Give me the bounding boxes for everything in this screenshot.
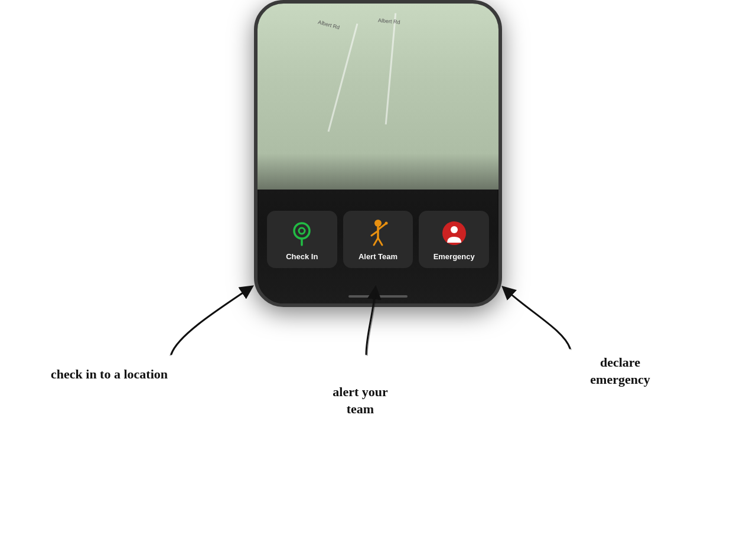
svg-point-1: [299, 228, 305, 234]
emergency-annotation: declare emergency: [543, 354, 697, 388]
person-waving-icon: [365, 220, 391, 246]
check-in-annotation: check in to a location: [35, 366, 183, 383]
megaphone-icon: [441, 220, 467, 246]
phone-body: Albert Rd Albert Rd Check In: [254, 0, 502, 307]
check-in-button[interactable]: Check In: [267, 211, 337, 268]
map-label-2: Albert Rd: [378, 18, 400, 25]
svg-point-0: [294, 223, 309, 239]
action-bar: Check In: [258, 211, 498, 268]
map-label-1: Albert Rd: [317, 19, 340, 31]
check-in-label: Check In: [286, 252, 318, 261]
phone-mockup: Albert Rd Albert Rd Check In: [254, 0, 502, 307]
map-road-2: [385, 13, 396, 125]
svg-point-6: [385, 222, 388, 225]
svg-point-10: [451, 226, 458, 233]
map-road-1: [327, 24, 358, 132]
location-pin-icon: [289, 220, 315, 246]
svg-point-2: [374, 220, 382, 227]
emergency-button[interactable]: Emergency: [419, 211, 489, 268]
alert-team-label: Alert Team: [359, 252, 397, 261]
alert-team-button[interactable]: Alert Team: [343, 211, 413, 268]
emergency-label: Emergency: [434, 252, 475, 261]
home-indicator: [348, 295, 408, 298]
alert-team-annotation: alert your team: [289, 384, 431, 417]
svg-line-8: [378, 238, 382, 245]
svg-line-7: [374, 238, 378, 245]
